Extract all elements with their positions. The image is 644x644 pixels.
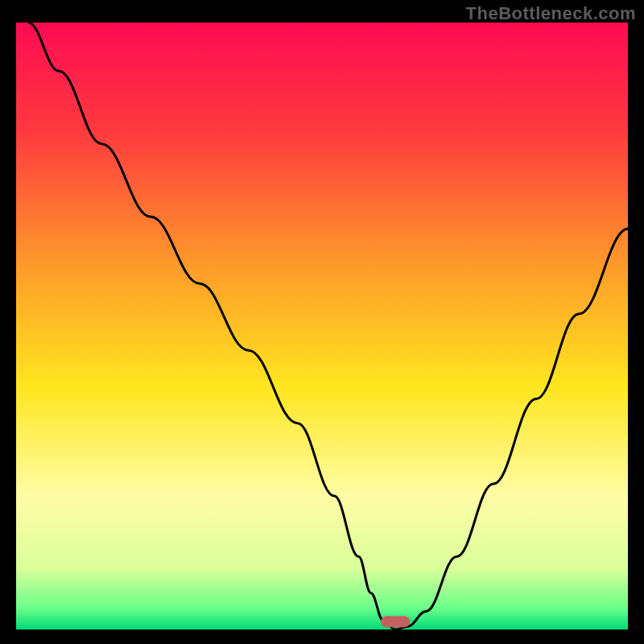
optimal-marker <box>381 616 410 627</box>
watermark-text: TheBottleneck.com <box>466 3 636 24</box>
bottleneck-chart <box>16 23 628 630</box>
plot-area <box>16 23 628 630</box>
gradient-background <box>16 23 628 630</box>
chart-frame: TheBottleneck.com <box>0 0 644 644</box>
